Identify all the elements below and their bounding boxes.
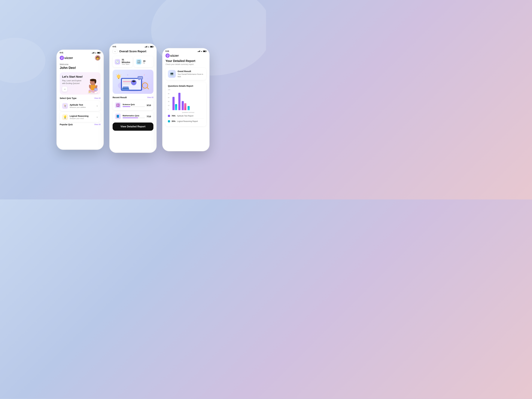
math-bar: [123, 118, 138, 118]
banner-svg: [113, 70, 153, 93]
phone-detailed-report: 9:41 ▲ Q uizzer Your Detailed Report Che…: [163, 48, 209, 151]
logo-text: uizzer: [64, 56, 73, 60]
phone-score-report: 9:41 ▲ ‹ Overall Score Report 🕐 31 Minut…: [110, 44, 156, 153]
legend-label-logical: Logical Reasoning Report: [177, 120, 198, 122]
logo-header: Q uizzer 🧑: [60, 55, 101, 61]
result-highlight-icon: 💻: [168, 70, 176, 78]
user-avatar[interactable]: 🧑: [95, 55, 101, 61]
status-icons-1: ▲: [92, 52, 101, 54]
chart-x-label: Questions Summary: [172, 112, 204, 113]
chart-area: 100 80 60 30 10 0: [168, 89, 204, 113]
time-stat-info: 31 Minutes Time Taken: [122, 58, 130, 65]
score-report-title: Overall Score Report: [119, 50, 146, 53]
bar-1-cyan: [175, 104, 177, 110]
svg-point-39: [127, 75, 128, 75]
logical-reasoning-card[interactable]: 💡 Logical Reasoning Sharpen your mind →: [60, 112, 101, 122]
stats-row: 🕐 31 Minutes Time Taken 🔤 16 Fill: [113, 56, 153, 67]
bar-1-purple: [172, 97, 175, 110]
app-logo-3: Q uizzer: [165, 54, 206, 58]
time-value: 31 Minutes: [122, 58, 130, 63]
bar-group-2: [178, 93, 180, 110]
chart-y-labels: 100 80 60 30 10 0: [168, 89, 170, 110]
back-button[interactable]: ‹: [113, 49, 117, 54]
math-bar-bg: [123, 118, 145, 118]
battery-icon-2: [150, 46, 153, 48]
y-60: 60: [168, 97, 170, 98]
time-stat-card: 🕐 31 Minutes Time Taken: [113, 56, 132, 67]
aptitude-test-card[interactable]: 🃏 Aptitude Test Measure your abilities →: [60, 101, 101, 111]
welcome-label: Welcome: [60, 63, 101, 66]
quiz-view-all[interactable]: View All: [94, 97, 101, 99]
good-result-desc: Your Overall Performance Score is 9/10.: [177, 73, 204, 78]
svg-point-34: [117, 75, 120, 78]
science-bar-bg: [123, 106, 145, 107]
bar-3-purple: [182, 101, 184, 110]
questions-chart-card: Questions Details Report 100 80 60 30 10…: [165, 82, 206, 126]
y-30: 30: [168, 101, 170, 102]
app-logo: Q uizzer: [60, 56, 73, 60]
status-icons-3: ▲: [198, 50, 206, 52]
status-icons-2: ▲: [145, 46, 153, 48]
science-info: Science Quiz: [123, 103, 145, 107]
svg-line-38: [120, 75, 121, 75]
battery-icon-3: [203, 50, 206, 52]
popular-view-all[interactable]: View All: [94, 124, 101, 125]
math-name: Mathematics Quiz: [123, 114, 145, 117]
svg-rect-13: [95, 88, 97, 90]
report-subtitle: Check your details summary report.: [165, 63, 206, 65]
hero-arrow-button[interactable]: →: [62, 87, 67, 92]
view-report-button[interactable]: View Detailed Report: [113, 123, 153, 131]
chart-bars: [172, 89, 204, 110]
svg-point-26: [140, 77, 141, 78]
svg-rect-18: [123, 81, 132, 82]
time-3: 9:41: [165, 50, 169, 52]
status-bar-1: 9:41 ▲: [57, 50, 103, 54]
logical-arrow-icon: →: [96, 116, 98, 118]
questions-stat-card: 🔤 16 Fill: [134, 56, 153, 67]
bar-group-1: [172, 97, 177, 110]
questions-label: Fill: [143, 62, 146, 64]
quiz-type-header: Select Quiz Type View All: [60, 97, 101, 100]
svg-rect-35: [118, 78, 119, 79]
aptitude-arrow-icon: →: [96, 105, 98, 107]
hero-subtitle: Play, Learn and Explore with Exciting Qu…: [62, 79, 82, 85]
science-icon: ⚛️: [115, 102, 121, 108]
wifi-icon-3: ▲: [201, 50, 202, 52]
questions-value: 16: [143, 60, 146, 62]
svg-rect-31: [122, 89, 129, 90]
science-quiz-result[interactable]: ⚛️ Science Quiz 3/10: [113, 100, 153, 110]
legend-dot-logical: [168, 120, 170, 122]
legend-aptitude: 76% Aptitude Test Report: [168, 113, 204, 118]
svg-rect-32: [122, 88, 129, 89]
result-highlight-info: Good Result Your Overall Performance Sco…: [177, 70, 204, 78]
svg-point-25: [139, 77, 139, 78]
quiz-type-label: Select Quiz Type: [60, 97, 76, 100]
girl-svg: [85, 78, 101, 94]
science-score: 3/10: [147, 104, 151, 106]
time-label: Time Taken: [122, 63, 130, 65]
y-100: 100: [168, 89, 170, 91]
science-bar: [123, 106, 130, 107]
clock-icon: 🕐: [115, 59, 120, 64]
user-name: John Deo!: [60, 66, 101, 70]
math-icon: 📘: [115, 113, 121, 119]
bar-4-cyan: [188, 106, 190, 110]
y-0: 0: [168, 109, 170, 110]
legend-dot-aptitude: [168, 115, 170, 117]
bar-group-4: [188, 106, 190, 110]
aptitude-name: Aptitude Test: [70, 104, 94, 106]
battery-icon: [97, 52, 101, 54]
math-quiz-result[interactable]: 📘 Mathematics Quiz 7/10: [113, 111, 153, 121]
recent-view-all[interactable]: View All: [147, 96, 153, 99]
signal-icon-2: [145, 46, 147, 47]
qa-icon: 🔤: [136, 59, 141, 64]
avatar-emoji: 🧑: [96, 56, 99, 60]
legend-pct-aptitude: 76%: [171, 115, 176, 117]
popular-quiz-label: Popular Quiz: [60, 123, 73, 126]
svg-point-40: [147, 78, 148, 79]
logical-name: Logical Reasoning: [70, 115, 94, 117]
svg-line-30: [147, 87, 149, 89]
quiz-banner: [113, 70, 153, 94]
aptitude-info: Aptitude Test Measure your abilities: [70, 104, 94, 108]
hero-card: Let's Start Now! Play, Learn and Explore…: [60, 72, 101, 94]
